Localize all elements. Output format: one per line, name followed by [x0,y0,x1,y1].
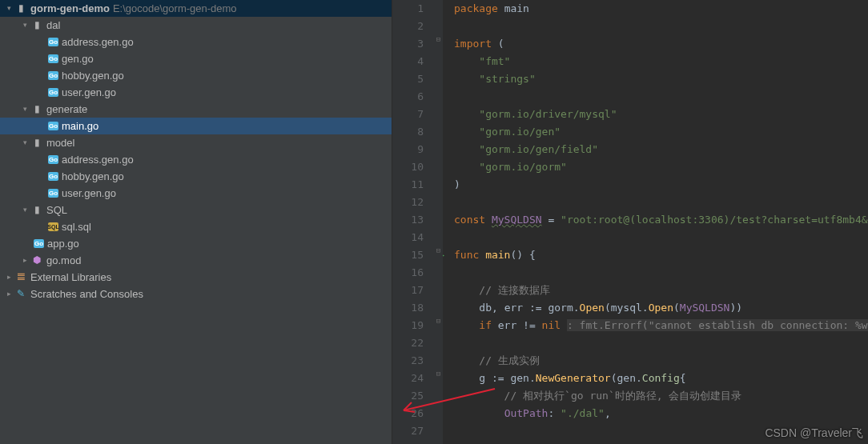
file-item[interactable]: Goaddress.gen.go [0,34,392,50]
folder-dal[interactable]: ▾ ▮ dal [0,17,392,34]
folder-label: model [46,134,74,151]
scratch-icon: ✎ [14,286,27,302]
code-line[interactable]: OutPath: "./dal", [454,405,868,422]
external-libraries[interactable]: ▸ 𝌆 External Libraries [0,269,392,286]
file-label: address.gen.go [62,151,134,168]
chevron-down-icon: ▾ [19,134,30,151]
file-label: user.gen.go [62,185,116,202]
file-label: main.go [62,118,98,134]
file-label: hobby.gen.go [62,168,124,185]
file-label: hobby.gen.go [62,67,124,84]
chevron-down-icon: ▾ [19,17,30,34]
code-line[interactable]: g := gen.NewGenerator(gen.Config{ [454,370,868,387]
project-path: E:\gocode\gorm-gen-demo [113,0,237,17]
project-root[interactable]: ▾ ▮ gorm-gen-demo E:\gocode\gorm-gen-dem… [0,0,392,17]
node-label: Scratches and Consoles [30,286,143,302]
file-gomod[interactable]: ▸ ⬢ go.mod [0,252,392,269]
code-line[interactable]: func main() { [454,246,868,264]
code-line[interactable]: // 连接数据库 [454,282,868,299]
go-file-icon: Go [48,122,58,130]
code-line[interactable]: package main [454,0,868,18]
code-line[interactable] [454,229,868,246]
code-line[interactable]: "fmt" [454,53,868,70]
module-icon: ⬢ [30,252,43,269]
code-line[interactable]: "gorm.io/gen/field" [454,141,868,158]
fold-gutter[interactable]: ⊟⊟⊟⊟ [435,0,443,444]
folder-label: dal [46,17,60,34]
file-main-go[interactable]: Gomain.go [0,118,392,134]
code-line[interactable]: import ( [454,35,868,53]
code-line[interactable]: "gorm.io/driver/mysql" [454,106,868,123]
file-app-go[interactable]: Goapp.go [0,235,392,252]
chevron-right-icon: ▸ [3,286,14,302]
file-label: user.gen.go [62,84,116,101]
chevron-down-icon: ▾ [3,0,14,17]
code-line[interactable] [454,88,868,106]
file-label: gen.go [62,50,94,67]
folder-label: SQL [46,202,67,218]
file-item[interactable]: Gohobby.gen.go [0,168,392,185]
go-file-icon: Go [34,239,44,248]
go-file-icon: Go [48,38,58,46]
project-tree[interactable]: ▾ ▮ gorm-gen-demo E:\gocode\gorm-gen-dem… [0,0,392,444]
chevron-right-icon: ▸ [19,252,30,269]
project-name: gorm-gen-demo [30,0,110,17]
go-file-icon: Go [48,71,58,80]
code-line[interactable]: // 生成实例 [454,352,868,370]
folder-icon: ▮ [30,17,43,34]
file-item[interactable]: Goaddress.gen.go [0,151,392,168]
folder-icon: ▮ [14,0,27,17]
code-line[interactable] [454,334,868,352]
go-file-icon: Go [48,189,58,198]
line-number-gutter: 1234567891011121314151617181922232425262… [392,0,435,444]
code-line[interactable]: "gorm.io/gorm" [454,158,868,176]
code-line[interactable]: "strings" [454,70,868,88]
node-label: External Libraries [30,269,111,286]
sql-file-icon: SQL [48,222,58,231]
file-item[interactable]: SQLsql.sql [0,218,392,235]
file-label: address.gen.go [62,34,134,50]
file-item[interactable]: Gohobby.gen.go [0,67,392,84]
code-line[interactable]: "gorm.io/gen" [454,123,868,141]
code-line[interactable] [454,194,868,211]
file-label: sql.sql [62,218,91,235]
go-file-icon: Go [48,54,58,63]
folder-model[interactable]: ▾ ▮ model [0,134,392,151]
file-label: app.go [47,235,79,252]
folder-sql[interactable]: ▾ ▮ SQL [0,202,392,218]
library-icon: 𝌆 [14,269,27,286]
watermark: CSDN @Traveler飞 [765,426,863,441]
code-line[interactable]: const MySQLDSN = "root:root@(localhost:3… [454,211,868,229]
file-item[interactable]: Gouser.gen.go [0,84,392,101]
folder-label: generate [46,101,87,118]
folder-icon: ▮ [30,134,43,151]
folder-icon: ▮ [30,202,43,218]
code-line[interactable] [454,264,868,282]
go-file-icon: Go [48,88,58,97]
code-line[interactable]: db, err := gorm.Open(mysql.Open(MySQLDSN… [454,299,868,317]
code-line[interactable]: ) [454,176,868,194]
code-line[interactable]: // 相对执行`go run`时的路径, 会自动创建目录 [454,387,868,405]
file-item[interactable]: Gouser.gen.go [0,185,392,202]
code-line[interactable] [454,18,868,35]
folder-icon: ▮ [30,101,43,118]
scratches-consoles[interactable]: ▸ ✎ Scratches and Consoles [0,286,392,302]
code-area[interactable]: package mainimport ( "fmt" "strings" "go… [443,0,868,444]
file-item[interactable]: Gogen.go [0,50,392,67]
code-line[interactable]: if err != nil : fmt.Errorf("cannot estab… [454,317,868,334]
folder-generate[interactable]: ▾ ▮ generate [0,101,392,118]
go-file-icon: Go [48,155,58,164]
go-file-icon: Go [48,172,58,181]
chevron-right-icon: ▸ [3,269,14,286]
code-editor[interactable]: 1234567891011121314151617181922232425262… [392,0,868,444]
chevron-down-icon: ▾ [19,101,30,118]
chevron-down-icon: ▾ [19,202,30,218]
file-label: go.mod [46,252,81,269]
